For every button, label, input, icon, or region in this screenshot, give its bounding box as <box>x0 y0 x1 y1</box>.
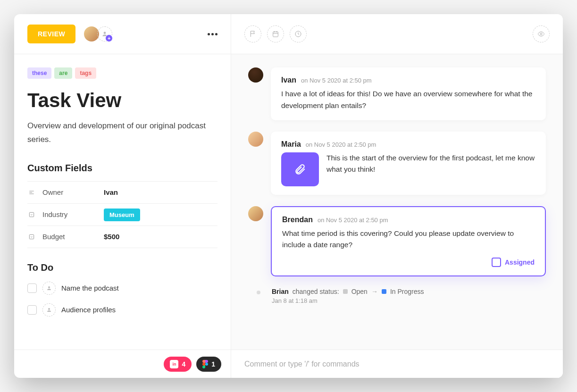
tag[interactable]: these <box>27 67 51 79</box>
comment-text: What time period is this covering? Could… <box>282 228 535 251</box>
header-left: REVIEW + <box>27 25 112 43</box>
field-value-badge[interactable]: Museum <box>104 209 140 221</box>
status-dot-icon <box>382 289 386 294</box>
activity-from-status: Open <box>351 288 368 295</box>
todo-heading: To Do <box>27 262 217 273</box>
activity-time: Jan 8 at 1:18 am <box>272 297 546 304</box>
todo-text[interactable]: Name the podcast <box>61 284 119 292</box>
figma-pill[interactable]: 1 <box>196 357 221 372</box>
right-header <box>231 14 563 54</box>
field-row-owner: Owner Ivan <box>27 181 217 203</box>
more-menu-button[interactable] <box>208 33 217 35</box>
right-pane: Ivan on Nov 5 2020 at 2:50 pm I have a l… <box>231 14 563 378</box>
svg-point-4 <box>48 308 50 310</box>
activity-dot-icon <box>257 291 260 294</box>
calendar-icon <box>272 30 279 38</box>
avatar[interactable] <box>248 67 263 83</box>
comment-time: on Nov 5 2020 at 2:50 pm <box>318 217 388 224</box>
field-value[interactable]: Ivan <box>104 188 118 196</box>
svg-rect-5 <box>273 32 278 37</box>
plus-icon: + <box>105 34 113 42</box>
add-assignee-button[interactable]: + <box>97 26 112 42</box>
svg-point-0 <box>104 32 106 34</box>
left-footer: in 4 1 <box>14 350 231 378</box>
svg-point-3 <box>48 286 50 288</box>
comment-body[interactable]: Maria on Nov 5 2020 at 2:50 pm This is t… <box>271 132 546 195</box>
todo-assignee-button[interactable] <box>42 303 56 317</box>
comment-header: Ivan on Nov 5 2020 at 2:50 pm <box>281 76 535 84</box>
eye-icon <box>537 30 545 38</box>
tag[interactable]: are <box>54 67 72 79</box>
comment-body[interactable]: Ivan on Nov 5 2020 at 2:50 pm I have a l… <box>271 67 546 120</box>
status-badge[interactable]: REVIEW <box>27 25 75 43</box>
calendar-button[interactable] <box>267 25 284 42</box>
custom-fields-heading: Custom Fields <box>27 163 217 174</box>
field-label: Budget <box>42 233 104 241</box>
comment-input-bar <box>231 350 563 378</box>
comment-header: Brendan on Nov 5 2020 at 2:50 pm <box>282 216 535 224</box>
paperclip-icon <box>294 163 306 175</box>
flag-button[interactable] <box>244 25 261 42</box>
tag-list: these are tags <box>27 67 217 79</box>
field-label: Industry <box>42 210 104 218</box>
comment-text: This is the start of the overview for th… <box>326 152 535 176</box>
todo-assignee-button[interactable] <box>42 282 56 295</box>
dropdown-field-icon <box>27 210 36 219</box>
field-label: Owner <box>42 188 104 196</box>
person-icon <box>46 307 52 313</box>
svg-point-7 <box>540 33 542 35</box>
comment-thread: Ivan on Nov 5 2020 at 2:50 pm I have a l… <box>231 54 563 350</box>
activity-body: Brian changed status: Open → In Progress… <box>272 288 546 304</box>
person-icon <box>46 285 52 291</box>
todo-item: Audience profiles <box>27 303 217 317</box>
comment: Ivan on Nov 5 2020 at 2:50 pm I have a l… <box>248 67 546 120</box>
comment-header: Maria on Nov 5 2020 at 2:50 pm <box>281 140 535 149</box>
time-button[interactable] <box>290 25 307 42</box>
comment: Maria on Nov 5 2020 at 2:50 pm This is t… <box>248 132 546 195</box>
assigned-row: Assigned <box>282 258 535 267</box>
clock-icon <box>294 30 302 38</box>
invision-icon: in <box>170 360 178 368</box>
left-header: REVIEW + <box>14 14 231 54</box>
field-value[interactable]: $500 <box>104 233 119 241</box>
svg-rect-2 <box>29 234 33 239</box>
invision-count: 4 <box>182 360 185 368</box>
comment-input[interactable] <box>244 360 550 368</box>
text-field-icon <box>27 188 36 197</box>
comment-body[interactable]: Brendan on Nov 5 2020 at 2:50 pm What ti… <box>271 206 546 277</box>
activity-item: Brian changed status: Open → In Progress… <box>248 288 546 304</box>
avatar[interactable] <box>248 206 263 221</box>
custom-fields: Owner Ivan Industry Museum Budget $500 <box>27 181 217 248</box>
figma-count: 1 <box>211 360 215 368</box>
todo-item: Name the podcast <box>27 282 217 295</box>
todo-list: Name the podcast Audience profiles <box>27 282 217 317</box>
avatar[interactable] <box>248 132 263 147</box>
page-description: Overview and development of our original… <box>27 119 217 147</box>
invision-pill[interactable]: in 4 <box>164 357 192 372</box>
activity-actor: Brian <box>272 288 289 295</box>
figma-icon <box>202 360 208 368</box>
todo-checkbox[interactable] <box>27 284 37 293</box>
activity-to-status: In Progress <box>390 288 424 295</box>
left-content: these are tags Task View Overview and de… <box>14 54 231 350</box>
todo-text[interactable]: Audience profiles <box>61 306 116 314</box>
flag-icon <box>249 30 257 38</box>
activity-line: Brian changed status: Open → In Progress <box>272 288 546 295</box>
todo-checkbox[interactable] <box>27 305 37 315</box>
comment-text: I have a lot of ideas for this! Do we ha… <box>281 88 535 112</box>
comment: Brendan on Nov 5 2020 at 2:50 pm What ti… <box>248 206 546 277</box>
watch-button[interactable] <box>533 25 550 42</box>
header-icon-group <box>244 25 307 42</box>
field-row-budget: Budget $500 <box>27 225 217 248</box>
field-row-industry: Industry Museum <box>27 203 217 225</box>
status-dot-icon <box>343 289 348 294</box>
assigned-checkbox[interactable] <box>492 258 501 267</box>
activity-action: changed status: <box>293 288 339 295</box>
comment-author: Ivan <box>281 76 296 84</box>
task-window: REVIEW + these are tags Task View <box>14 14 563 378</box>
attachment-button[interactable] <box>281 152 319 186</box>
comment-content: This is the start of the overview for th… <box>281 152 535 186</box>
page-title: Task View <box>27 89 217 112</box>
tag[interactable]: tags <box>75 67 96 79</box>
comment-time: on Nov 5 2020 at 2:50 pm <box>306 141 376 148</box>
